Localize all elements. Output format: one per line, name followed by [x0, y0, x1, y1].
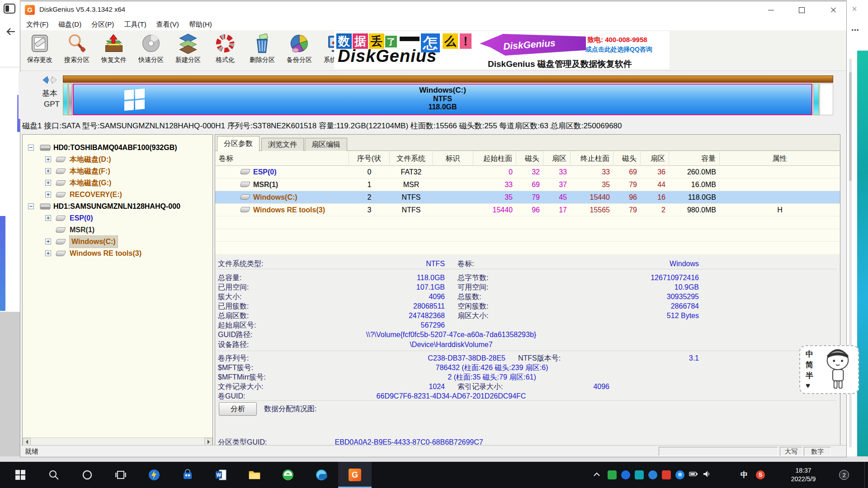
table-row-windows-re-tools[interactable]: Windows RE tools(3) 3 NTFS 15440 96 17 1…	[215, 204, 840, 216]
menu-tools[interactable]: 工具(T)	[120, 19, 151, 31]
tray-teal-icon[interactable]	[635, 470, 644, 479]
tree-item-hd0[interactable]: HD0:TOSHIBAMQ04ABF100(932GB)	[23, 142, 212, 154]
tray-chevron-up-icon[interactable]	[592, 470, 601, 479]
expand-icon[interactable]	[45, 192, 51, 197]
menu-view[interactable]: 查看(V)	[152, 19, 183, 31]
save-changes-button[interactable]: 保存更改	[21, 32, 58, 69]
tree-item-windows-re-tools[interactable]: Windows RE tools(3)	[23, 248, 212, 259]
taskbar-app-lightning[interactable]	[137, 462, 171, 488]
ime-halfwidth-mode[interactable]: 半	[806, 371, 813, 381]
menu-disk[interactable]: 磁盘(D)	[54, 19, 85, 31]
backup-partition-button[interactable]: 备份分区	[281, 32, 318, 69]
tray-red-icon[interactable]	[662, 470, 671, 479]
search-partition-button[interactable]: 搜索分区	[58, 32, 95, 69]
tree-item-local-disk-g[interactable]: 本地磁盘(G:)	[23, 177, 212, 189]
desktop: ✕ ⋯ G DiskGenius V5.4.3.1342 x64 文件(F) 磁…	[0, 0, 868, 488]
taskbar-search-button[interactable]	[37, 462, 71, 488]
tree-item-local-disk-f[interactable]: 本地磁盘(F:)	[23, 165, 212, 177]
taskbar-diskgenius-button-active[interactable]: G	[338, 462, 372, 488]
taskbar-explorer-button[interactable]	[238, 462, 271, 488]
ime-emoticon-icon[interactable]: ♥	[806, 381, 810, 390]
expand-icon[interactable]	[45, 239, 51, 244]
notification-badge[interactable]: 2	[839, 470, 849, 480]
show-desktop-button[interactable]	[864, 462, 868, 488]
minimize-button[interactable]	[764, 5, 779, 15]
quick-partition-icon	[141, 33, 161, 54]
banner-hotline: 致电: 400-008-9958	[587, 36, 669, 44]
menu-partition[interactable]: 分区(P)	[87, 19, 118, 31]
taskbar-store-button[interactable]	[171, 462, 204, 488]
tray-qq-icon[interactable]	[648, 470, 657, 479]
collapse-icon[interactable]	[28, 203, 34, 209]
expand-icon[interactable]	[45, 168, 51, 174]
scrollbar-thumb[interactable]	[849, 72, 852, 181]
expand-icon[interactable]	[45, 156, 51, 162]
recover-files-icon	[104, 33, 124, 54]
tray-volume-icon[interactable]	[703, 470, 712, 479]
disk-nav-arrows-icon[interactable]	[40, 75, 62, 84]
more-menu-icon[interactable]: ⋯	[851, 25, 861, 34]
partition-detail-panel: 分区参数 浏览文件 扇区编辑 卷标 序号(状态) 文件系统 标识 起始柱面 磁头…	[215, 134, 840, 446]
tab-sector-edit[interactable]: 扇区编辑	[305, 138, 347, 151]
partition-slice-msr[interactable]	[68, 84, 72, 115]
close-icon[interactable]: ✕	[850, 5, 859, 14]
banner-qq-link[interactable]: 或点击此处选择QQ咨询	[585, 46, 669, 54]
table-row-msr[interactable]: MSR(1) 1 MSR 33 69 37 35 79 44 16.0MB	[215, 178, 840, 191]
expand-icon[interactable]	[45, 180, 51, 186]
back-arrow-icon[interactable]	[5, 26, 16, 37]
tray-ime-indicator[interactable]: 中	[740, 470, 749, 479]
taskbar-browser-green-button[interactable]	[271, 462, 305, 488]
tray-battery-icon[interactable]	[689, 470, 698, 479]
taskbar-edge-button[interactable]	[305, 462, 338, 488]
partition-slice-free[interactable]	[820, 84, 833, 115]
taskbar-clock[interactable]: 18:37 2022/5/9	[781, 466, 826, 483]
banner-ad[interactable]: 数 据 丢 了 怎 么 ！ DiskGenius DiskGenius 致电: …	[334, 31, 670, 69]
table-row-windows-c-selected[interactable]: Windows(C:) 2 NTFS 35 79 45 15440 96 16 …	[215, 191, 840, 204]
tray-snowflake-icon[interactable]: ❄	[675, 470, 684, 479]
tree-item-hd1[interactable]: HD1:SAMSUNGMZNLN128HAHQ-000	[23, 201, 212, 212]
collapse-icon[interactable]	[28, 145, 34, 150]
menu-help[interactable]: 帮助(H)	[185, 19, 216, 31]
tree-horizontal-scrollbar[interactable]	[23, 437, 212, 446]
delete-partition-icon	[252, 33, 273, 54]
close-button[interactable]	[826, 5, 841, 15]
partition-slice-windows-c-selected[interactable]: Windows(C:) NTFS 118.0GB	[73, 84, 812, 115]
tab-browse-files[interactable]: 浏览文件	[261, 138, 304, 151]
table-row-esp[interactable]: ESP(0) 0 FAT32 0 32 33 33 69 36 260.0MB	[215, 166, 840, 178]
partition-slice-win-re[interactable]	[813, 84, 819, 115]
partition-icon	[240, 207, 250, 212]
tray-green-icon[interactable]	[608, 470, 617, 479]
ime-chinese-mode[interactable]: 中	[806, 349, 813, 359]
tray-blue-icon[interactable]	[621, 470, 630, 479]
taskbar-word-button[interactable]: W	[204, 462, 238, 488]
table-header: 卷标 序号(状态) 文件系统 标识 起始柱面 磁头 扇区 终止柱面 磁头 扇区 …	[215, 151, 840, 166]
ime-simplified-mode[interactable]: 简	[806, 360, 813, 370]
tray-sogou-icon[interactable]: S	[756, 470, 765, 479]
analyze-button[interactable]: 分析	[219, 402, 257, 416]
taskbar-cortana-button[interactable]	[71, 462, 104, 488]
tab-partition-parameters[interactable]: 分区参数	[217, 136, 259, 151]
tree-item-recovery-e[interactable]: RECOVERY(E:)	[23, 189, 212, 201]
tree-item-msr[interactable]: MSR(1)	[23, 224, 212, 236]
scroll-right-button[interactable]	[204, 438, 212, 446]
banner-tile: ！	[460, 33, 472, 49]
tree-item-windows-c[interactable]: Windows(C:)	[23, 236, 212, 248]
browser-tab-icon	[4, 4, 15, 14]
recover-files-button[interactable]: 恢复文件	[95, 32, 132, 69]
new-partition-button[interactable]: 新建分区	[170, 32, 207, 69]
disk-capacity-strip[interactable]	[63, 75, 833, 83]
partition-slice-esp[interactable]	[63, 84, 68, 115]
start-button[interactable]	[4, 462, 37, 488]
tree-item-esp[interactable]: ESP(0)	[23, 212, 212, 224]
ime-status-panel[interactable]: 中 简 半 ♥	[799, 345, 859, 394]
expand-icon[interactable]	[45, 250, 51, 256]
scroll-left-button[interactable]	[23, 438, 31, 446]
quick-partition-button[interactable]: 快速分区	[132, 32, 170, 69]
maximize-button[interactable]	[794, 5, 810, 15]
expand-icon[interactable]	[45, 215, 51, 221]
tree-item-local-disk-d[interactable]: 本地磁盘(D:)	[23, 154, 212, 165]
delete-partition-button[interactable]: 删除分区	[244, 32, 281, 69]
format-button[interactable]: 格式化	[207, 32, 244, 69]
taskbar-task-view-button[interactable]	[104, 462, 137, 488]
menu-file[interactable]: 文件(F)	[22, 19, 52, 31]
